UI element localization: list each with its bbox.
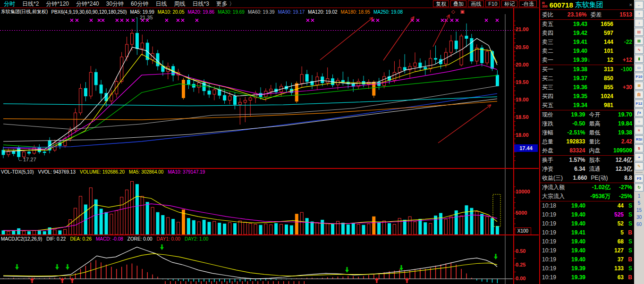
pane-tool-icons[interactable]: ◇ ▣ (451, 9, 466, 14)
info-value: 12.4亿 (605, 156, 633, 165)
tick-row-5[interactable]: 10:1919.40127S (540, 246, 634, 255)
stock-code: 600718 (550, 1, 573, 9)
level-price: 19.42 (561, 29, 587, 38)
tab-2[interactable]: 分钟*120 (46, 0, 69, 8)
tick-row-6[interactable]: 10:1919.4037B (540, 255, 634, 264)
tab-5[interactable]: 60分钟 (131, 0, 148, 8)
move-icon[interactable]: + (635, 153, 644, 161)
period-button-15[interactable]: 15 (636, 207, 642, 214)
level-delta: +12 (613, 56, 632, 65)
weicha-label: 委差 (587, 10, 607, 19)
tab-6[interactable]: 日线 (155, 0, 167, 8)
fx-icon-glyph: ƒx (637, 110, 641, 115)
bid-row-1[interactable]: 买二19.37850 (540, 74, 634, 83)
macd-header-item-4: ZORE: 0.00 (127, 236, 153, 242)
tick-row-0[interactable]: 10:1819.4044S (540, 201, 634, 210)
down-arrow-icon[interactable]: ↓ (635, 19, 644, 27)
tick-row-4[interactable]: 10:1919.4068S (540, 237, 634, 246)
macd-header-item-2: DEA: 0.26 (70, 236, 92, 242)
bid-row-0[interactable]: 买一19.38313-100 (540, 65, 634, 74)
quote-grid-icon[interactable]: ▦ (635, 37, 644, 45)
macd-header-item-6: DAY2: 1.00 (185, 236, 208, 242)
menu-button-3[interactable]: F10 (485, 0, 500, 7)
rsi-icon[interactable]: RSI (635, 135, 644, 143)
ask-row-3[interactable]: 卖二19.40101 (540, 47, 634, 56)
f10-icon[interactable]: F10 (635, 73, 644, 81)
money-icon[interactable]: $ (635, 144, 644, 152)
menu-button-0[interactable]: 复权 (433, 0, 449, 7)
tab-9[interactable]: 更多 〉 (216, 0, 235, 8)
pencil-icon[interactable]: ✎ (635, 162, 644, 170)
news-icon[interactable]: ▭ (635, 64, 644, 72)
volume-axis-label-1: 5000 (516, 210, 536, 216)
menu-button-4[interactable]: 标记 (501, 0, 517, 7)
tick-row-9[interactable]: 10:1919.39118B (540, 282, 634, 284)
self-doc-icon[interactable]: 自 (635, 91, 644, 99)
level-label: 卖三 (542, 38, 561, 47)
period-button-1[interactable]: 1 (638, 192, 641, 200)
ask-row-2[interactable]: 卖三19.41144-22 (540, 38, 634, 47)
refresh-icon-glyph: ↻ (637, 185, 641, 190)
tick-row-7[interactable]: 10:1919.39133S (540, 264, 634, 273)
level-delta: +30 (613, 83, 632, 92)
ask-row-0[interactable]: 卖五19.431656 (540, 20, 634, 29)
period-button-60[interactable]: 60 (636, 221, 642, 228)
bid-row-3[interactable]: 买四19.351024 (540, 92, 634, 101)
tick-side: B (624, 273, 632, 282)
level-volume: 1024 (593, 92, 613, 101)
up-arrow-icon[interactable]: ↑ (635, 10, 644, 18)
kline-icon[interactable]: ▮ (635, 55, 644, 63)
tab-8[interactable]: 日线*3 (192, 0, 209, 8)
report-icon[interactable]: ▤ (635, 28, 644, 36)
info-row-4: 外盘83324内盘109509 (540, 146, 634, 155)
bid-row-4[interactable]: 买五19.34981 (540, 101, 634, 110)
tab-0[interactable]: 分时 (4, 0, 15, 8)
info-value: -2.51% (558, 128, 585, 137)
level-label: 卖一 (542, 56, 561, 65)
f5-icon[interactable]: F5 (635, 175, 644, 183)
period-button-5[interactable]: 5 (638, 200, 641, 207)
tab-7[interactable]: 周线 (174, 0, 185, 8)
f12-icon-glyph: F12 (636, 101, 643, 106)
wave-icon[interactable]: ≈ (635, 126, 644, 134)
bid-row-2[interactable]: 买三19.36855+30 (540, 83, 634, 92)
period-button-30[interactable]: 30 (636, 214, 642, 221)
tree-icon[interactable]: ⊞ (635, 82, 644, 90)
tick-row-3[interactable]: 10:1919.415B (540, 228, 634, 237)
level-label: 买二 (542, 74, 561, 83)
tick-row-2[interactable]: 10:1919.4052S (540, 219, 634, 228)
menu-button-1[interactable]: 叠加 (450, 0, 466, 7)
line-chart-icon[interactable]: ∿ (635, 46, 644, 54)
info-value: 83324 (558, 146, 585, 155)
ask-row-4[interactable]: 卖一19.39↓12+12 (540, 56, 634, 65)
f10-icon-glyph: F10 (636, 75, 643, 79)
volume-axis-label-0: 10000 (516, 189, 536, 194)
fx-icon[interactable]: ƒx (635, 109, 644, 117)
flow-value: -9536万 (578, 192, 610, 201)
ma-label-4: MA60: 19.39 (248, 9, 275, 15)
ask-row-1[interactable]: 卖四19.42597 (540, 29, 634, 38)
circle-icon[interactable]: ○ (635, 117, 644, 125)
tick-row-1[interactable]: 10:1919.40525S (540, 210, 634, 219)
tick-side: B (624, 228, 632, 237)
close-icon[interactable]: × (629, 2, 632, 8)
quote-panel: R 300 600718 东软集团 × 委比 23.16% 委差 1513 卖五… (539, 0, 634, 284)
refresh-icon[interactable]: ↻ (635, 184, 644, 192)
menu-button-5[interactable]: -自选 (519, 0, 537, 7)
level-label: 卖二 (542, 47, 561, 56)
info-row2-0: 换手1.57%股本12.4亿 (540, 156, 634, 165)
self-doc-icon-glyph: 自 (637, 92, 641, 97)
tick-side: B (624, 255, 632, 264)
tab-3[interactable]: 分钟*240 (76, 0, 99, 8)
tick-time: 10:18 (542, 201, 561, 210)
menu-button-2[interactable]: 画线 (468, 0, 484, 7)
tick-price: 19.40 (561, 246, 585, 255)
tick-row-8[interactable]: 10:1919.3963B (540, 273, 634, 282)
macd-header-item-0: MACDJC2(12,26,9) (1, 236, 42, 242)
back-icon[interactable]: ← (635, 1, 644, 9)
tab-4[interactable]: 30分钟 (106, 0, 124, 8)
f12-icon[interactable]: F12 (635, 100, 644, 108)
tab-1[interactable]: 日线*2 (22, 0, 39, 8)
info-value: 19.70 (605, 110, 633, 119)
ma-label-8: MA250: 19.08 (373, 9, 403, 15)
